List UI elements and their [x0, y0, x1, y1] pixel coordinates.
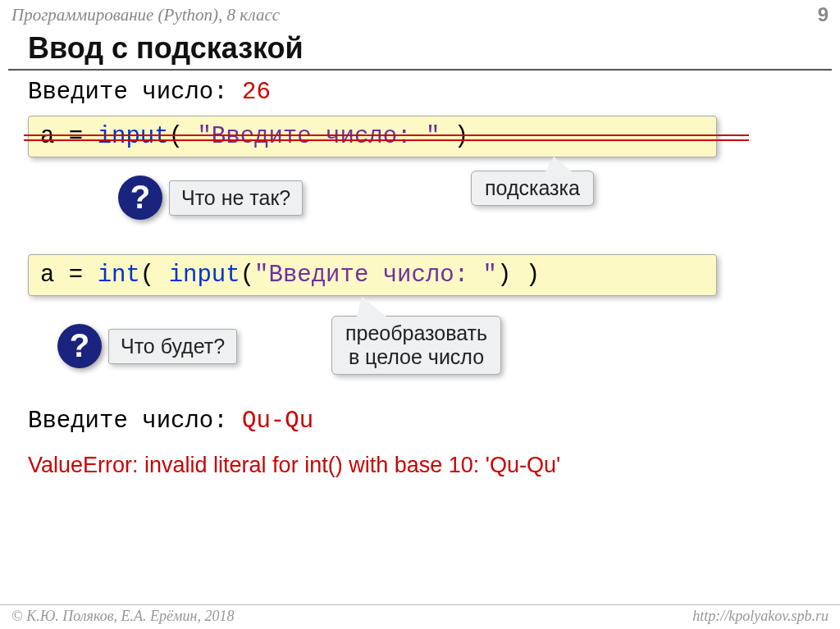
code2-close2: ): [497, 262, 511, 289]
page-number: 9: [818, 3, 829, 26]
prompt2-text: Введите число:: [28, 408, 242, 435]
code2-lhs: a =: [40, 262, 98, 289]
code-close: ): [440, 123, 468, 150]
code2-str: "Введите число: ": [254, 262, 497, 289]
example-prompt-2: Введите число: Qu-Qu: [28, 408, 812, 435]
code-str: "Введите число: ": [197, 123, 440, 150]
prompt-value: 26: [242, 79, 271, 106]
code2-close1: ): [511, 262, 540, 289]
prompt2-value: Qu-Qu: [242, 408, 313, 435]
example-prompt-1: Введите число: 26: [28, 79, 812, 106]
course-title: Программирование (Python), 8 класс: [11, 5, 280, 25]
code2-fn-int: int: [98, 262, 140, 289]
code2-fn-input: input: [169, 262, 240, 289]
code-box-1: a = input( "Введите число: " ): [28, 116, 717, 157]
slide-title: Ввод с подсказкой: [28, 31, 840, 66]
question-icon-2: ?: [57, 324, 102, 368]
title-rule: [8, 69, 832, 71]
prompt-text: Введите число:: [28, 79, 242, 106]
hint-callout: подсказка: [471, 171, 594, 206]
code-lhs: a =: [40, 123, 98, 150]
code-open: (: [169, 123, 198, 150]
code2-open2: (: [240, 262, 254, 289]
question-label-1: Что не так?: [169, 180, 303, 216]
footer-right: http://kpolyakov.spb.ru: [692, 608, 829, 625]
question-label-2: Что будет?: [108, 329, 237, 364]
top-bar: Программирование (Python), 8 класс 9: [0, 0, 840, 28]
code2-open1: (: [140, 262, 169, 289]
footer: © К.Ю. Поляков, Е.А. Ерёмин, 2018 http:/…: [0, 604, 840, 629]
convert-callout: преобразовать в целое число: [331, 316, 501, 375]
question-icon: ?: [118, 175, 162, 220]
footer-left: © К.Ю. Поляков, Е.А. Ерёмин, 2018: [11, 608, 234, 625]
error-message: ValueError: invalid literal for int() wi…: [28, 453, 812, 478]
code-fn-input: input: [98, 123, 169, 150]
code-box-2: a = int( input("Введите число: ") ): [28, 254, 717, 296]
